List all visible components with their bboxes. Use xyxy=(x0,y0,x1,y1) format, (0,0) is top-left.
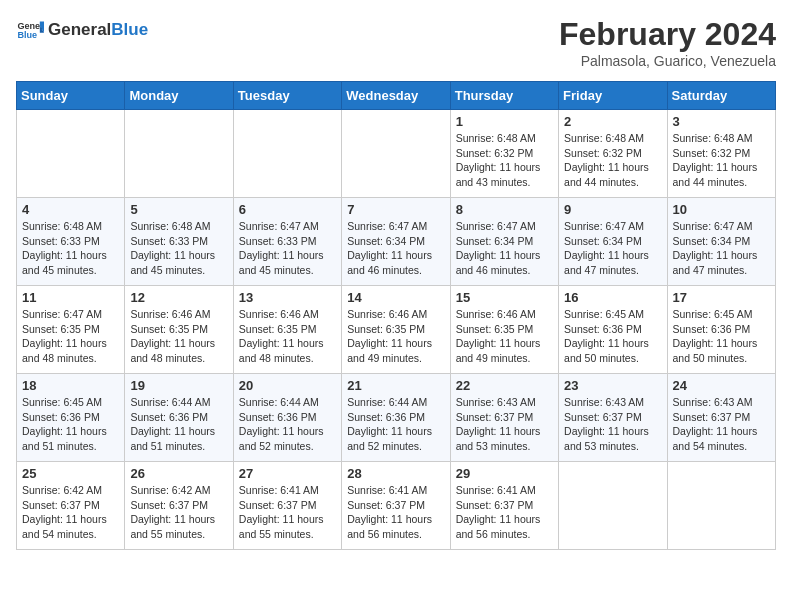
day-info: Sunrise: 6:45 AMSunset: 6:36 PMDaylight:… xyxy=(22,395,119,454)
day-info: Sunrise: 6:48 AMSunset: 6:33 PMDaylight:… xyxy=(22,219,119,278)
day-info: Sunrise: 6:46 AMSunset: 6:35 PMDaylight:… xyxy=(456,307,553,366)
calendar-week-row: 18Sunrise: 6:45 AMSunset: 6:36 PMDayligh… xyxy=(17,374,776,462)
day-info: Sunrise: 6:42 AMSunset: 6:37 PMDaylight:… xyxy=(130,483,227,542)
day-info: Sunrise: 6:44 AMSunset: 6:36 PMDaylight:… xyxy=(130,395,227,454)
calendar-cell: 9Sunrise: 6:47 AMSunset: 6:34 PMDaylight… xyxy=(559,198,667,286)
svg-text:Blue: Blue xyxy=(17,30,37,40)
calendar-cell: 17Sunrise: 6:45 AMSunset: 6:36 PMDayligh… xyxy=(667,286,775,374)
day-number: 26 xyxy=(130,466,227,481)
header: General Blue General Blue February 2024 … xyxy=(16,16,776,69)
logo-icon: General Blue xyxy=(16,16,44,44)
weekday-header-cell: Monday xyxy=(125,82,233,110)
day-number: 23 xyxy=(564,378,661,393)
day-info: Sunrise: 6:43 AMSunset: 6:37 PMDaylight:… xyxy=(673,395,770,454)
calendar-week-row: 11Sunrise: 6:47 AMSunset: 6:35 PMDayligh… xyxy=(17,286,776,374)
calendar-cell xyxy=(342,110,450,198)
calendar-cell: 11Sunrise: 6:47 AMSunset: 6:35 PMDayligh… xyxy=(17,286,125,374)
weekday-header-cell: Friday xyxy=(559,82,667,110)
calendar-body: 1Sunrise: 6:48 AMSunset: 6:32 PMDaylight… xyxy=(17,110,776,550)
day-info: Sunrise: 6:46 AMSunset: 6:35 PMDaylight:… xyxy=(239,307,336,366)
calendar-cell: 6Sunrise: 6:47 AMSunset: 6:33 PMDaylight… xyxy=(233,198,341,286)
calendar-cell xyxy=(559,462,667,550)
calendar-cell xyxy=(233,110,341,198)
calendar-cell xyxy=(667,462,775,550)
day-number: 15 xyxy=(456,290,553,305)
day-number: 28 xyxy=(347,466,444,481)
weekday-header-row: SundayMondayTuesdayWednesdayThursdayFrid… xyxy=(17,82,776,110)
day-info: Sunrise: 6:43 AMSunset: 6:37 PMDaylight:… xyxy=(456,395,553,454)
calendar-cell: 15Sunrise: 6:46 AMSunset: 6:35 PMDayligh… xyxy=(450,286,558,374)
calendar-cell: 24Sunrise: 6:43 AMSunset: 6:37 PMDayligh… xyxy=(667,374,775,462)
location-title: Palmasola, Guarico, Venezuela xyxy=(559,53,776,69)
day-info: Sunrise: 6:48 AMSunset: 6:33 PMDaylight:… xyxy=(130,219,227,278)
day-number: 29 xyxy=(456,466,553,481)
calendar-cell: 28Sunrise: 6:41 AMSunset: 6:37 PMDayligh… xyxy=(342,462,450,550)
day-info: Sunrise: 6:45 AMSunset: 6:36 PMDaylight:… xyxy=(673,307,770,366)
calendar-cell: 3Sunrise: 6:48 AMSunset: 6:32 PMDaylight… xyxy=(667,110,775,198)
calendar-cell xyxy=(17,110,125,198)
calendar-cell: 16Sunrise: 6:45 AMSunset: 6:36 PMDayligh… xyxy=(559,286,667,374)
day-number: 3 xyxy=(673,114,770,129)
calendar-cell: 7Sunrise: 6:47 AMSunset: 6:34 PMDaylight… xyxy=(342,198,450,286)
calendar-cell: 10Sunrise: 6:47 AMSunset: 6:34 PMDayligh… xyxy=(667,198,775,286)
day-number: 21 xyxy=(347,378,444,393)
day-number: 16 xyxy=(564,290,661,305)
calendar-cell: 20Sunrise: 6:44 AMSunset: 6:36 PMDayligh… xyxy=(233,374,341,462)
calendar-cell: 4Sunrise: 6:48 AMSunset: 6:33 PMDaylight… xyxy=(17,198,125,286)
weekday-header-cell: Wednesday xyxy=(342,82,450,110)
day-number: 6 xyxy=(239,202,336,217)
calendar-cell: 12Sunrise: 6:46 AMSunset: 6:35 PMDayligh… xyxy=(125,286,233,374)
calendar-cell: 23Sunrise: 6:43 AMSunset: 6:37 PMDayligh… xyxy=(559,374,667,462)
day-number: 8 xyxy=(456,202,553,217)
calendar-cell: 21Sunrise: 6:44 AMSunset: 6:36 PMDayligh… xyxy=(342,374,450,462)
calendar-cell: 26Sunrise: 6:42 AMSunset: 6:37 PMDayligh… xyxy=(125,462,233,550)
calendar-week-row: 4Sunrise: 6:48 AMSunset: 6:33 PMDaylight… xyxy=(17,198,776,286)
day-number: 12 xyxy=(130,290,227,305)
day-number: 11 xyxy=(22,290,119,305)
logo-general-text: General xyxy=(48,20,111,40)
day-number: 27 xyxy=(239,466,336,481)
day-number: 4 xyxy=(22,202,119,217)
month-title: February 2024 xyxy=(559,16,776,53)
day-number: 20 xyxy=(239,378,336,393)
day-info: Sunrise: 6:44 AMSunset: 6:36 PMDaylight:… xyxy=(347,395,444,454)
weekday-header-cell: Thursday xyxy=(450,82,558,110)
calendar-week-row: 25Sunrise: 6:42 AMSunset: 6:37 PMDayligh… xyxy=(17,462,776,550)
day-number: 9 xyxy=(564,202,661,217)
calendar-cell xyxy=(125,110,233,198)
logo-blue-text: Blue xyxy=(111,20,148,40)
calendar-cell: 25Sunrise: 6:42 AMSunset: 6:37 PMDayligh… xyxy=(17,462,125,550)
day-info: Sunrise: 6:42 AMSunset: 6:37 PMDaylight:… xyxy=(22,483,119,542)
calendar-table: SundayMondayTuesdayWednesdayThursdayFrid… xyxy=(16,81,776,550)
title-area: February 2024 Palmasola, Guarico, Venezu… xyxy=(559,16,776,69)
day-info: Sunrise: 6:48 AMSunset: 6:32 PMDaylight:… xyxy=(673,131,770,190)
day-info: Sunrise: 6:41 AMSunset: 6:37 PMDaylight:… xyxy=(347,483,444,542)
weekday-header-cell: Sunday xyxy=(17,82,125,110)
weekday-header-cell: Saturday xyxy=(667,82,775,110)
day-info: Sunrise: 6:46 AMSunset: 6:35 PMDaylight:… xyxy=(347,307,444,366)
calendar-week-row: 1Sunrise: 6:48 AMSunset: 6:32 PMDaylight… xyxy=(17,110,776,198)
calendar-cell: 14Sunrise: 6:46 AMSunset: 6:35 PMDayligh… xyxy=(342,286,450,374)
day-info: Sunrise: 6:47 AMSunset: 6:33 PMDaylight:… xyxy=(239,219,336,278)
day-number: 25 xyxy=(22,466,119,481)
calendar-cell: 18Sunrise: 6:45 AMSunset: 6:36 PMDayligh… xyxy=(17,374,125,462)
day-info: Sunrise: 6:47 AMSunset: 6:34 PMDaylight:… xyxy=(673,219,770,278)
day-info: Sunrise: 6:44 AMSunset: 6:36 PMDaylight:… xyxy=(239,395,336,454)
day-info: Sunrise: 6:43 AMSunset: 6:37 PMDaylight:… xyxy=(564,395,661,454)
calendar-cell: 27Sunrise: 6:41 AMSunset: 6:37 PMDayligh… xyxy=(233,462,341,550)
day-info: Sunrise: 6:46 AMSunset: 6:35 PMDaylight:… xyxy=(130,307,227,366)
day-number: 7 xyxy=(347,202,444,217)
day-info: Sunrise: 6:41 AMSunset: 6:37 PMDaylight:… xyxy=(456,483,553,542)
day-number: 5 xyxy=(130,202,227,217)
day-number: 19 xyxy=(130,378,227,393)
calendar-cell: 5Sunrise: 6:48 AMSunset: 6:33 PMDaylight… xyxy=(125,198,233,286)
day-info: Sunrise: 6:48 AMSunset: 6:32 PMDaylight:… xyxy=(564,131,661,190)
weekday-header-cell: Tuesday xyxy=(233,82,341,110)
day-number: 14 xyxy=(347,290,444,305)
day-info: Sunrise: 6:47 AMSunset: 6:34 PMDaylight:… xyxy=(347,219,444,278)
calendar-cell: 13Sunrise: 6:46 AMSunset: 6:35 PMDayligh… xyxy=(233,286,341,374)
day-number: 24 xyxy=(673,378,770,393)
calendar-cell: 22Sunrise: 6:43 AMSunset: 6:37 PMDayligh… xyxy=(450,374,558,462)
day-number: 13 xyxy=(239,290,336,305)
day-number: 17 xyxy=(673,290,770,305)
